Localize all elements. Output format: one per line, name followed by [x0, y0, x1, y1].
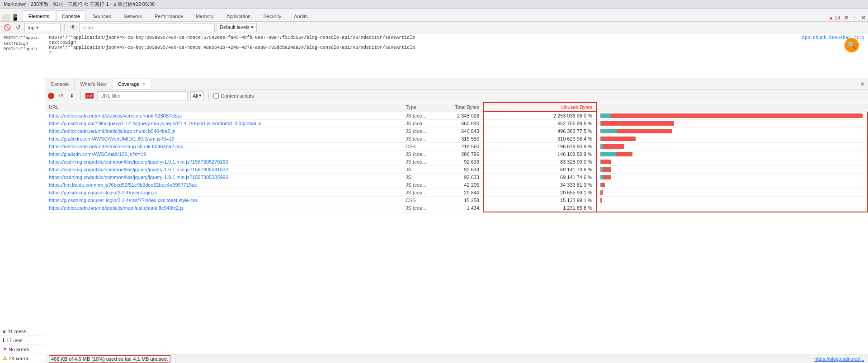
filter-user[interactable]: ℹ 17 user ... [0, 336, 45, 345]
eye-icon[interactable]: 👁 [68, 23, 77, 32]
filter-all-label: 41 mess... [7, 329, 30, 334]
col-total-bytes[interactable]: Total Bytes [443, 103, 483, 112]
subtab-coverage[interactable]: Coverage ✕ [113, 79, 152, 89]
row-type-12: JS (coa... [402, 204, 443, 212]
content-scripts-toggle[interactable]: Content scripts [213, 93, 254, 99]
row-url-9[interactable]: https://hm.baidu.com/hm.js?6bcd52f51e9b3… [45, 181, 402, 189]
row-url-12[interactable]: https://editor.csdn.net/md/static/js/man… [45, 204, 402, 212]
col-bar-header [596, 103, 868, 112]
row-total-8: 92 633 [443, 174, 483, 181]
col-url[interactable]: URL [45, 103, 402, 112]
table-row: https://editor.csdn.net/md/static/js/ven… [45, 112, 868, 120]
url-filter-box [97, 91, 188, 100]
reload-btn[interactable]: ↺ [57, 92, 65, 100]
filter-warnings[interactable]: ⚠ 24 warni... [0, 354, 45, 363]
col-unused-bytes[interactable]: Unused Bytes [483, 103, 596, 112]
tab-audits[interactable]: Audits [288, 10, 314, 21]
devtools-settings[interactable]: ⚙ [844, 15, 849, 21]
levels-dropdown[interactable]: Default levels ▾ [220, 24, 254, 30]
row-url-1[interactable]: https://g.csdnimg.cn/??lib/jquery/1.12.4… [45, 120, 402, 127]
row-unused-10: 20 655 99.1 % [483, 189, 596, 197]
coverage-tab-close[interactable]: ✕ [142, 81, 146, 86]
table-row: https://g.csdnimg.cn/??lib/jquery/1.12.4… [45, 120, 868, 127]
url-filter-input[interactable] [100, 93, 184, 99]
record-button[interactable] [48, 93, 54, 99]
tab-console[interactable]: Console [56, 10, 86, 21]
row-url-4[interactable]: https://editor.csdn.net/md/static/css/ap… [45, 143, 402, 151]
subtab-whatsnew[interactable]: What's New [75, 79, 112, 89]
row-total-6: 92 633 [443, 158, 483, 166]
row-url-11[interactable]: https://g.csdnimg.cn/user-login/2.2.4/cs… [45, 197, 402, 204]
export-btn[interactable]: ⬇ [68, 92, 76, 100]
toolbar-clear-btn[interactable]: 🚫 [3, 23, 12, 32]
filter-user-icon: ℹ [3, 337, 5, 343]
row-unused-1: 652 706 98.8 % [483, 120, 596, 127]
devtools-right-controls: ▲ 24 ⚙ ⋮ ✕ [829, 14, 866, 21]
table-row: https://g.csdnimg.cn/user-login/2.2.4/us… [45, 189, 868, 197]
source-file-link[interactable]: https://blog.csdn.net/... [814, 356, 864, 362]
row-type-3: JS (coa... [402, 135, 443, 143]
content-scripts-checkbox[interactable] [213, 93, 219, 99]
console-line-2: textToSign [4, 41, 41, 47]
row-total-5: 286 796 [443, 151, 483, 158]
console-toolbar: 🚫 ↺ top ▾ 👁 Default levels ▾ [0, 22, 868, 33]
subtab-console[interactable]: Console [45, 79, 75, 89]
tab-sources[interactable]: Sources [87, 10, 117, 21]
row-unused-2: 496 383 77.5 % [483, 127, 596, 135]
tab-memory[interactable]: Memory [190, 10, 220, 21]
cov-sep2 [208, 92, 209, 99]
table-row: https://csdnimg.cn/public/common/libs/jq… [45, 174, 868, 181]
row-url-2[interactable]: https://editor.csdn.net/md/static/js/app… [45, 127, 402, 135]
tab-security[interactable]: Security [257, 10, 287, 21]
row-bar-1 [596, 120, 868, 127]
tab-application[interactable]: Application [221, 10, 257, 21]
row-url-3[interactable]: https://g.alicdn.com/AWSC/WebUMID/1.80.0… [45, 135, 402, 143]
device-icon[interactable]: 📱 [11, 14, 19, 21]
console-line-3: POST#*/**application/json##x-ca-key:2038… [4, 47, 41, 52]
filter-errors[interactable]: ✕ No errors [0, 345, 45, 354]
row-unused-3: 310 629 98.4 % [483, 135, 596, 143]
row-url-10[interactable]: https://g.csdnimg.cn/user-login/2.2.4/us… [45, 189, 402, 197]
browser-topbar: Markdown · 236字数 · 91词 · 三阅行 4: 三阅行 1 · … [0, 0, 868, 9]
devtools-more[interactable]: ⋮ [852, 15, 857, 21]
search-float-btn[interactable]: 🔍 [844, 38, 859, 52]
tab-elements[interactable]: Elements [23, 10, 55, 21]
row-type-9: JS (coa... [402, 181, 443, 189]
filter-all[interactable]: ≡ 41 mess... [0, 327, 45, 336]
type-filter-dropdown[interactable]: All ▾ [190, 91, 204, 100]
row-url-6[interactable]: https://csdnimg.cn/public/common/libs/jq… [45, 158, 402, 166]
coverage-table-head: URL Type Total Bytes Unused Bytes [45, 103, 868, 112]
row-unused-12: 1 231 85.8 % [483, 204, 596, 212]
browser-title: Markdown · 236字数 · 91词 · 三阅行 4: 三阅行 1 · … [4, 1, 155, 8]
table-row: https://csdnimg.cn/public/common/libs/jq… [45, 158, 868, 166]
row-url-7[interactable]: https://csdnimg.cn/public/common/libs/jq… [45, 166, 402, 174]
filter-error-label: No errors [9, 347, 29, 352]
tab-performance[interactable]: Performance [149, 10, 189, 21]
row-type-0: JS (coa... [402, 112, 443, 120]
coverage-toolbar: ↺ ⬇ url All ▾ Content scripts [45, 90, 868, 102]
row-bar-10 [596, 189, 868, 197]
panel-close-btn[interactable]: ✕ [857, 80, 868, 88]
table-row: https://editor.csdn.net/md/static/css/ap… [45, 143, 868, 151]
row-total-12: 1 434 [443, 204, 483, 212]
row-total-9: 42 205 [443, 181, 483, 189]
devtools-close[interactable]: ✕ [861, 14, 866, 21]
filter-warning-icon: ⚠ [3, 355, 7, 361]
dropdown-arrow: ▾ [199, 93, 202, 99]
col-type[interactable]: Type [402, 103, 443, 112]
row-type-4: CSS [402, 143, 443, 151]
row-total-1: 660 840 [443, 120, 483, 127]
console-prompt[interactable]: > [49, 50, 864, 55]
row-url-0[interactable]: https://editor.csdn.net/md/static/js/ven… [45, 112, 402, 120]
right-panel: POST#*/**application/json##x-ca-key:2038… [45, 33, 868, 363]
console-filter-input[interactable] [82, 25, 212, 30]
row-total-0: 2 348 026 [443, 112, 483, 120]
tab-network[interactable]: Network [118, 10, 148, 21]
row-url-8[interactable]: https://csdnimg.cn/public/common/libs/jq… [45, 174, 402, 181]
console-output: POST#*/**application/json##x-ca-key:2038… [0, 33, 45, 327]
frame-dropdown-icon[interactable]: ▾ [36, 25, 38, 30]
row-bar-2 [596, 127, 868, 135]
row-url-5[interactable]: https://g.alicdn.com/AWSC/uab/122.js?d=1… [45, 151, 402, 158]
inspect-icon[interactable]: ⬜ [2, 14, 9, 21]
toolbar-refresh-btn[interactable]: ↺ [14, 23, 23, 32]
